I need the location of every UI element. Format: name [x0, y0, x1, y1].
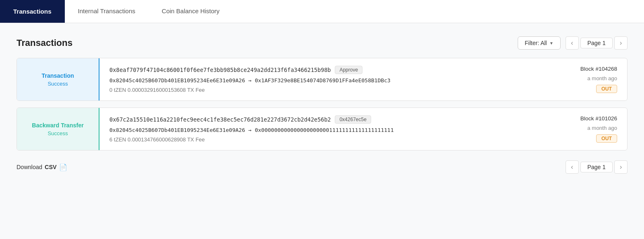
page-label-top: Page 1	[580, 38, 613, 48]
tx-status-label: Success	[47, 81, 68, 87]
filter-button[interactable]: Filter: All ▼	[518, 36, 561, 50]
tx-block: Block #104268	[580, 66, 617, 72]
page-title: Transactions	[17, 38, 73, 48]
tx-meta: Block #101026 a month ago OUT	[561, 108, 627, 150]
tx-time: a month ago	[587, 125, 617, 131]
tx-from: 0x82045c4025B607Db401EB1095234Ee6E31e09A…	[109, 127, 245, 133]
tab-coin-balance-history[interactable]: Coin Balance History	[149, 0, 233, 23]
filter-label: Filter: All	[525, 40, 547, 46]
chevron-down-icon: ▼	[549, 41, 554, 45]
tx-hash: 0x67c2a15510e116a2210fec9eec4c1fe38ec5ec…	[109, 116, 331, 123]
transactions-list: Transaction Success 0x8eaf7079f47104c860…	[17, 58, 627, 151]
tx-direction-badge: OUT	[596, 85, 617, 93]
tx-address-row: 0x82045c4025B607Db401EB1095234Ee6E31e09A…	[109, 77, 551, 84]
file-icon: 📄	[59, 163, 67, 171]
tx-type-cell: Transaction Success	[17, 58, 99, 100]
tx-hash: 0x8eaf7079f47104c86001f0f6ee7fe3bb985b8c…	[109, 67, 331, 73]
tx-block: Block #101026	[580, 115, 617, 122]
tx-type-cell: Backward Transfer Success	[17, 108, 99, 150]
tx-hash-row: 0x67c2a15510e116a2210fec9eec4c1fe38ec5ec…	[109, 115, 551, 124]
tx-direction-badge: OUT	[596, 134, 617, 143]
page-label-bottom: Page 1	[580, 162, 613, 172]
tx-type-label: Transaction	[42, 72, 74, 79]
download-csv-button[interactable]: Download CSV 📄	[17, 163, 67, 171]
tx-body: 0x8eaf7079f47104c86001f0f6ee7fe3bb985b8c…	[99, 58, 561, 100]
download-type: CSV	[45, 164, 57, 170]
download-prefix: Download	[17, 164, 42, 170]
tx-address-row: 0x82045c4025B607Db401EB1095234Ee6E31e09A…	[109, 127, 551, 133]
prev-page-button-bottom[interactable]: ‹	[566, 160, 579, 174]
tx-badge: Approve	[335, 66, 362, 74]
tx-to: 0x00000000000000000000011111111111111111…	[255, 127, 394, 133]
top-nav: Transactions Internal Transactions Coin …	[0, 0, 644, 23]
header-right: Filter: All ▼ ‹ Page 1 ›	[518, 36, 627, 50]
tx-fee: 0 tZEN 0.000032916000153608 TX Fee	[109, 87, 551, 93]
top-pagination: ‹ Page 1 ›	[566, 36, 627, 50]
tx-status-label: Success	[47, 130, 68, 136]
tx-type-label: Backward Transfer	[32, 122, 83, 129]
section-header: Transactions Filter: All ▼ ‹ Page 1 ›	[17, 36, 627, 50]
tab-transactions[interactable]: Transactions	[0, 0, 65, 23]
tx-arrow: →	[249, 127, 255, 133]
prev-page-button-top[interactable]: ‹	[566, 36, 579, 50]
next-page-button-top[interactable]: ›	[614, 36, 627, 50]
tx-badge: 0x4267ec5e	[335, 115, 371, 124]
tx-meta: Block #104268 a month ago OUT	[561, 58, 627, 100]
tx-from: 0x82045c4025B607Db401EB1095234Ee6E31e09A…	[109, 77, 245, 84]
tx-arrow: →	[249, 77, 255, 84]
next-page-button-bottom[interactable]: ›	[614, 160, 627, 174]
table-row: Transaction Success 0x8eaf7079f47104c860…	[17, 58, 627, 101]
tx-to: 0x1AF3F329e8BE154074D8769D1FFa4eE058B1DB…	[255, 77, 391, 84]
tx-body: 0x67c2a15510e116a2210fec9eec4c1fe38ec5ec…	[99, 108, 561, 150]
tab-internal-transactions[interactable]: Internal Transactions	[65, 0, 149, 23]
bottom-pagination: ‹ Page 1 ›	[566, 160, 627, 174]
tx-fee: 6 tZEN 0.000134766000628908 TX Fee	[109, 136, 551, 143]
page-footer: Download CSV 📄 ‹ Page 1 ›	[17, 160, 627, 174]
tx-time: a month ago	[587, 75, 617, 81]
page-body: Transactions Filter: All ▼ ‹ Page 1 › Tr…	[0, 23, 644, 187]
tx-hash-row: 0x8eaf7079f47104c86001f0f6ee7fe3bb985b8c…	[109, 66, 551, 74]
table-row: Backward Transfer Success 0x67c2a15510e1…	[17, 108, 627, 151]
